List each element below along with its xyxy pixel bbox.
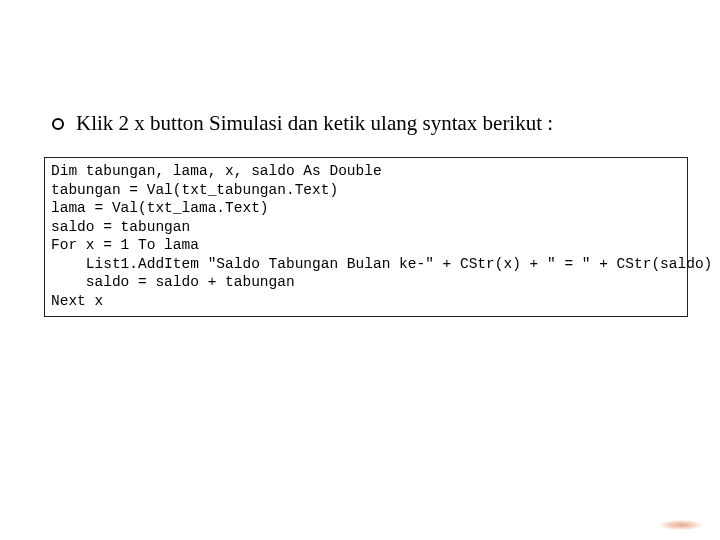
code-line: saldo = tabungan xyxy=(51,219,190,235)
code-line: For x = 1 To lama xyxy=(51,237,199,253)
footer-accent-icon xyxy=(660,520,702,530)
slide: Klik 2 x button Simulasi dan ketik ulang… xyxy=(0,0,720,540)
code-line: tabungan = Val(txt_tabungan.Text) xyxy=(51,182,338,198)
code-block: Dim tabungan, lama, x, saldo As Double t… xyxy=(44,157,688,317)
bullet-row: Klik 2 x button Simulasi dan ketik ulang… xyxy=(52,112,696,135)
code-line: lama = Val(txt_lama.Text) xyxy=(51,200,269,216)
bullet-text: Klik 2 x button Simulasi dan ketik ulang… xyxy=(76,112,553,135)
bullet-circle-icon xyxy=(52,118,64,130)
code-line: List1.AddItem "Saldo Tabungan Bulan ke-"… xyxy=(51,256,712,272)
code-line: Dim tabungan, lama, x, saldo As Double xyxy=(51,163,382,179)
code-line: Next x xyxy=(51,293,103,309)
code-line: saldo = saldo + tabungan xyxy=(51,274,295,290)
